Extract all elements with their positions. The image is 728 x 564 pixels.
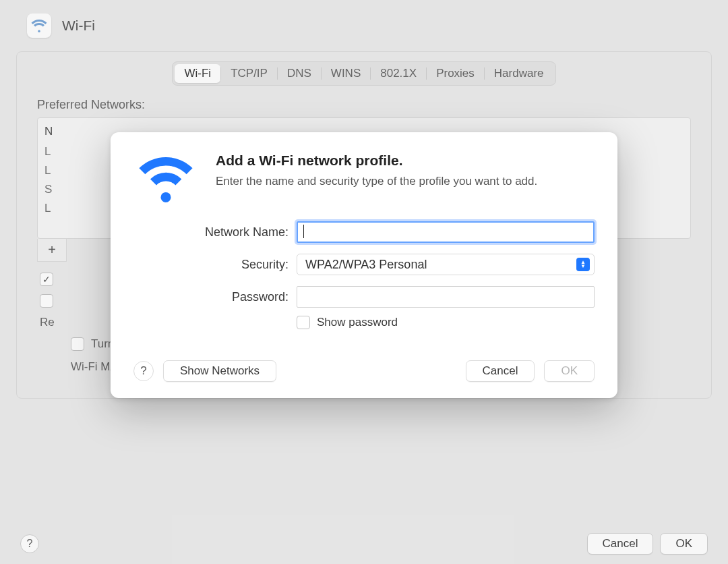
dialog-ok-button[interactable]: OK [544, 360, 595, 382]
add-wifi-dialog: Add a Wi-Fi network profile. Enter the n… [111, 132, 617, 398]
security-select[interactable]: WPA2/WPA3 Personal ▲▼ [297, 254, 595, 275]
modal-overlay: Add a Wi-Fi network profile. Enter the n… [0, 0, 728, 564]
network-name-input[interactable] [297, 221, 595, 243]
dialog-help-button[interactable]: ? [133, 361, 154, 381]
network-name-label: Network Name: [133, 225, 289, 239]
dialog-title: Add a Wi-Fi network profile. [216, 152, 537, 169]
chevron-up-down-icon: ▲▼ [576, 258, 590, 271]
security-label: Security: [133, 258, 289, 272]
dialog-subtitle: Enter the name and security type of the … [216, 174, 537, 190]
password-label: Password: [133, 290, 289, 304]
show-password-label: Show password [317, 316, 398, 329]
wifi-icon [133, 152, 198, 202]
password-input[interactable] [297, 286, 595, 308]
show-networks-button[interactable]: Show Networks [163, 360, 276, 382]
show-password-checkbox[interactable] [297, 316, 310, 329]
security-select-value: WPA2/WPA3 Personal [305, 258, 427, 272]
dialog-cancel-button[interactable]: Cancel [466, 360, 535, 382]
